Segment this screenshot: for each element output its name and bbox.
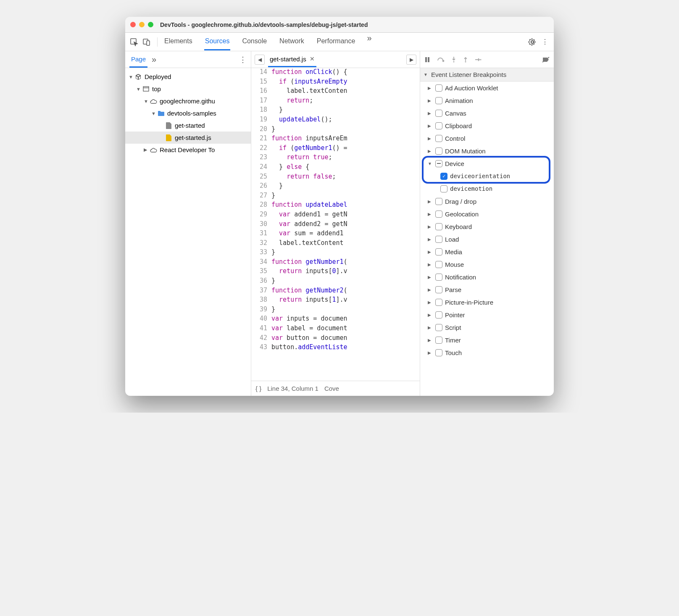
tree-host[interactable]: ▼googlechrome.githu [125, 95, 251, 107]
checkbox[interactable] [435, 299, 442, 306]
bp-event-label: devicemotion [450, 185, 492, 192]
checkbox[interactable]: ✓ [440, 173, 447, 180]
tab-sources[interactable]: Sources [204, 33, 231, 50]
deactivate-breakpoints-icon[interactable] [542, 56, 550, 63]
bp-category[interactable]: ▶Script [420, 321, 554, 334]
bp-category[interactable]: ▶Animation [420, 94, 554, 107]
bp-category[interactable]: ▶Parse [420, 283, 554, 296]
step-over-icon[interactable] [437, 57, 445, 63]
bp-category[interactable]: ▶Media [420, 245, 554, 258]
bp-category[interactable]: ▶Pointer [420, 308, 554, 321]
tab-network[interactable]: Network [279, 33, 305, 50]
bp-category[interactable]: ▼Device [420, 157, 554, 170]
tab-elements[interactable]: Elements [163, 33, 193, 50]
bp-category-label: Timer [445, 337, 461, 344]
close-window-button[interactable] [130, 22, 136, 27]
pause-icon[interactable] [424, 57, 430, 63]
bp-category[interactable]: ▶Clipboard [420, 119, 554, 132]
cursor-position: Line 34, Column 1 [267, 385, 318, 392]
checkbox[interactable] [435, 198, 442, 205]
device-toggle-icon[interactable] [142, 37, 151, 47]
bp-category[interactable]: ▶Timer [420, 334, 554, 346]
close-tab-icon[interactable]: ✕ [310, 55, 315, 62]
chevron-right-icon: ▶ [428, 262, 433, 267]
bp-event[interactable]: devicemotion [420, 182, 554, 195]
checkbox[interactable] [435, 211, 442, 218]
window-title: DevTools - googlechrome.github.io/devtoo… [160, 21, 368, 28]
bp-category[interactable]: ▶Mouse [420, 258, 554, 271]
bp-event[interactable]: ✓deviceorientation [420, 170, 554, 182]
tree-top[interactable]: ▼top [125, 83, 251, 95]
tree-file-html[interactable]: get-started [125, 119, 251, 132]
checkbox[interactable] [435, 261, 442, 268]
checkbox[interactable] [435, 236, 442, 243]
checkbox[interactable] [435, 311, 442, 319]
checkbox[interactable] [435, 160, 442, 167]
tree-extension[interactable]: ▶React Developer To [125, 144, 251, 156]
nav-prev-button[interactable]: ◀ [255, 55, 265, 65]
bp-category-label: Load [445, 236, 459, 243]
settings-icon[interactable] [528, 37, 537, 47]
checkbox[interactable] [435, 324, 442, 331]
navigator-sidebar: Page » ⋮ ▼Deployed ▼top ▼googlechrome.gi… [125, 51, 251, 396]
bp-category-label: Clipboard [445, 122, 472, 129]
bp-category[interactable]: ▶DOM Mutation [420, 145, 554, 157]
tab-performance[interactable]: Performance [316, 33, 356, 50]
sidebar-more-icon[interactable]: » [152, 55, 156, 64]
bp-category[interactable]: ▶Picture-in-Picture [420, 296, 554, 308]
chevron-right-icon: ▶ [428, 275, 433, 279]
bp-category[interactable]: ▶Geolocation [420, 208, 554, 220]
checkbox[interactable] [435, 122, 442, 129]
chevron-right-icon: ▶ [428, 338, 433, 342]
bp-category-label: Animation [445, 97, 473, 104]
inspect-icon[interactable] [129, 37, 139, 47]
checkbox[interactable] [435, 248, 442, 255]
svg-point-9 [465, 61, 466, 62]
window-icon [142, 85, 150, 93]
bp-category[interactable]: ▶Ad Auction Worklet [420, 82, 554, 94]
bp-category[interactable]: ▶Notification [420, 271, 554, 283]
nav-next-button[interactable]: ▶ [406, 55, 416, 65]
bp-category-label: Notification [445, 274, 476, 281]
breakpoint-categories: ▶Ad Auction Worklet▶Animation▶Canvas▶Cli… [420, 82, 554, 396]
checkbox[interactable] [435, 135, 442, 142]
svg-rect-3 [143, 87, 149, 91]
bp-category[interactable]: ▶Touch [420, 346, 554, 359]
pretty-print-icon[interactable]: { } [255, 385, 261, 392]
chevron-right-icon: ▶ [428, 287, 433, 292]
sidebar-tab-page[interactable]: Page [129, 52, 147, 68]
tree-folder[interactable]: ▼devtools-samples [125, 107, 251, 119]
svg-rect-6 [428, 57, 429, 62]
checkbox[interactable] [435, 110, 442, 117]
breakpoints-section-header[interactable]: ▼ Event Listener Breakpoints [420, 68, 554, 82]
tab-console[interactable]: Console [241, 33, 268, 50]
checkbox[interactable] [435, 349, 442, 356]
bp-category[interactable]: ▶Keyboard [420, 220, 554, 233]
maximize-window-button[interactable] [148, 22, 153, 27]
checkbox[interactable] [435, 147, 442, 155]
tree-file-js[interactable]: get-started.js [125, 132, 251, 144]
step-out-icon[interactable] [463, 56, 468, 63]
checkbox[interactable] [435, 274, 442, 281]
minimize-window-button[interactable] [139, 22, 145, 27]
bp-category[interactable]: ▶Load [420, 233, 554, 245]
checkbox[interactable] [435, 97, 442, 104]
file-tab[interactable]: get-started.js ✕ [268, 52, 316, 67]
bp-category[interactable]: ▶Canvas [420, 107, 554, 119]
checkbox[interactable] [435, 84, 442, 92]
checkbox[interactable] [435, 223, 442, 230]
bp-category[interactable]: ▶Control [420, 132, 554, 145]
tree-deployed[interactable]: ▼Deployed [125, 71, 251, 83]
bp-category[interactable]: ▶Drag / drop [420, 195, 554, 208]
bp-category-label: DOM Mutation [445, 147, 486, 155]
checkbox[interactable] [435, 337, 442, 344]
more-tabs-icon[interactable]: » [367, 33, 371, 50]
sidebar-menu-icon[interactable]: ⋮ [239, 55, 247, 64]
code-area[interactable]: 14function onClick() {15 if (inputsAreEm… [251, 68, 420, 381]
checkbox[interactable] [440, 185, 447, 192]
chevron-right-icon: ▶ [428, 149, 433, 153]
kebab-menu-icon[interactable]: ⋮ [540, 37, 550, 47]
checkbox[interactable] [435, 286, 442, 293]
step-into-icon[interactable] [451, 56, 456, 63]
step-icon[interactable] [475, 57, 482, 62]
